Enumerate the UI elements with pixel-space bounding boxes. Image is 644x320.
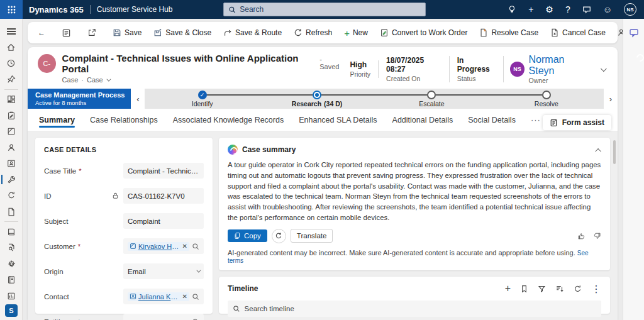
regenerate-button[interactable] <box>272 229 286 243</box>
tab-associated-knowledge-records[interactable]: Associated Knowledge Records <box>173 109 284 131</box>
account-icon <box>130 243 136 250</box>
knowledge-articles-icon[interactable] <box>0 224 22 240</box>
back-button[interactable]: ← <box>34 26 49 39</box>
stage-research[interactable]: Research(34 D) <box>260 89 374 109</box>
save-route-button[interactable]: Save & Route <box>219 26 286 40</box>
more-tabs-icon[interactable]: ··· <box>531 115 541 124</box>
back-arrow-icon: ← <box>38 29 45 36</box>
tab-enhanced-sla-details[interactable]: Enhanced SLA Details <box>299 109 377 131</box>
save-button[interactable]: Save <box>109 26 145 40</box>
add-activity-icon[interactable]: + <box>505 283 511 294</box>
process-name-box[interactable]: Case Management Process Active for 8 mon… <box>28 89 131 109</box>
remove-tag-icon[interactable]: ✕ <box>182 293 187 300</box>
convert-icon <box>380 28 389 37</box>
customer-lookup[interactable]: Kiryakov Hou... ✕ <box>123 238 204 254</box>
copy-button[interactable]: Copy <box>228 229 267 242</box>
reports-icon[interactable] <box>0 288 22 304</box>
settings-gear-icon[interactable]: ⚙ <box>545 5 553 14</box>
contact-lookup[interactable]: Julianna Karpati ✕ <box>123 289 204 304</box>
chevron-down-icon[interactable] <box>106 77 111 81</box>
global-search-input[interactable] <box>240 5 421 14</box>
timeline-search[interactable] <box>228 301 601 317</box>
save-close-button[interactable]: Save & Close <box>150 26 215 40</box>
convert-to-work-order-button[interactable]: Convert to Work Order <box>376 26 471 40</box>
main-area: ← Save Save & Close Save & Route Refresh… <box>23 19 623 320</box>
quick-create-plus-icon[interactable]: + <box>528 5 533 14</box>
home-icon[interactable] <box>0 39 22 55</box>
ideas-bulb-icon[interactable] <box>508 5 516 14</box>
lookup-search-icon[interactable] <box>192 243 199 250</box>
status-field: In Progress Status <box>450 56 504 82</box>
teams-chat-icon[interactable] <box>629 28 639 38</box>
brand-title[interactable]: Dynamics 365 <box>29 5 84 14</box>
menu-icon[interactable] <box>0 23 22 39</box>
tab-summary[interactable]: Summary <box>39 109 75 131</box>
thumbs-down-icon[interactable] <box>593 232 601 240</box>
entity-type-label: Case <box>62 76 79 84</box>
translate-button[interactable]: Translate <box>291 229 333 243</box>
form-selector[interactable]: Case <box>87 76 103 84</box>
global-search[interactable] <box>223 3 426 16</box>
recent-clock-icon[interactable] <box>0 55 22 71</box>
vertical-scrollbar[interactable] <box>613 140 616 164</box>
social-profiles-icon[interactable] <box>0 156 22 172</box>
id-input[interactable]: CAS-01162-K7V0 <box>123 188 204 204</box>
accounts-icon[interactable] <box>0 124 22 140</box>
resolve-case-button[interactable]: Resolve Case <box>475 26 542 40</box>
collapse-summary-button[interactable] <box>597 144 601 155</box>
bpf-scroll-left-button[interactable]: ‹ <box>131 89 145 109</box>
entitlement-lookup[interactable]: --- <box>123 314 204 320</box>
help-icon[interactable]: ? <box>565 5 570 14</box>
form-switcher-button[interactable] <box>58 26 75 40</box>
catalogs-icon[interactable] <box>0 272 22 288</box>
app-launcher-icon[interactable] <box>0 0 23 19</box>
save-icon <box>113 28 121 37</box>
dashboards-icon[interactable] <box>0 92 22 108</box>
emoji-icon[interactable]: ☺ <box>603 5 612 14</box>
service-app-badge[interactable]: S <box>5 304 18 317</box>
open-in-new-window-button[interactable] <box>84 26 100 40</box>
tab-additional-details[interactable]: Additional Details <box>392 109 453 131</box>
stage-identify[interactable]: ✓ Identify <box>145 89 259 109</box>
nav-divider <box>90 5 91 14</box>
timeline-search-input[interactable] <box>245 305 596 312</box>
stage-escalate[interactable]: Escalate <box>374 89 489 109</box>
queues-icon[interactable] <box>0 204 22 219</box>
activities-icon[interactable] <box>0 108 22 123</box>
kb-search-icon[interactable] <box>0 240 22 256</box>
cancel-case-button[interactable]: Cancel Case <box>547 26 609 40</box>
user-avatar[interactable]: NS <box>624 3 636 16</box>
thumbs-up-icon[interactable] <box>577 232 586 240</box>
bpf-scroll-right-button[interactable]: › <box>604 89 618 109</box>
owner-field[interactable]: NS Norman Steyn Owner <box>504 54 594 84</box>
origin-dropdown[interactable]: Email <box>123 263 204 279</box>
remove-tag-icon[interactable]: ✕ <box>182 243 187 250</box>
tab-case-relationships[interactable]: Case Relationships <box>90 109 158 131</box>
tab-social-details[interactable]: Social Details <box>468 109 516 131</box>
lookup-search-icon[interactable] <box>192 318 199 320</box>
refresh-timeline-icon[interactable] <box>574 285 582 293</box>
refresh-button[interactable]: Refresh <box>290 26 336 40</box>
service-settings-icon[interactable] <box>0 256 22 272</box>
contacts-icon[interactable] <box>0 140 22 155</box>
sort-icon[interactable] <box>555 284 564 293</box>
filter-icon[interactable] <box>538 285 546 293</box>
pinned-icon[interactable] <box>0 71 22 87</box>
cases-icon[interactable] <box>0 172 22 187</box>
side-panes-rail <box>623 19 644 320</box>
bookmark-icon[interactable] <box>520 285 528 293</box>
case-title-input[interactable]: Complaint - Technical Is... <box>123 163 204 179</box>
subject-input[interactable]: Complaint <box>123 213 204 229</box>
feedback-chat-icon[interactable] <box>582 5 591 14</box>
field-contact: Contact Julianna Karpati ✕ <box>44 289 204 304</box>
new-button[interactable]: +New <box>340 26 372 40</box>
customer-tag[interactable]: Kiryakov Hou... ✕ <box>128 242 189 251</box>
timeline-overflow-icon[interactable]: ⋮ <box>591 283 601 295</box>
collapse-header-chevron-icon[interactable] <box>601 65 607 72</box>
contact-tag[interactable]: Julianna Karpati ✕ <box>128 292 189 301</box>
stage-resolve[interactable]: Resolve <box>489 89 604 109</box>
feedback-loop-icon[interactable] <box>0 187 22 203</box>
app-name[interactable]: Customer Service Hub <box>97 5 173 14</box>
lookup-search-icon[interactable] <box>192 293 199 301</box>
form-assist-button[interactable]: Form assist <box>543 115 611 130</box>
